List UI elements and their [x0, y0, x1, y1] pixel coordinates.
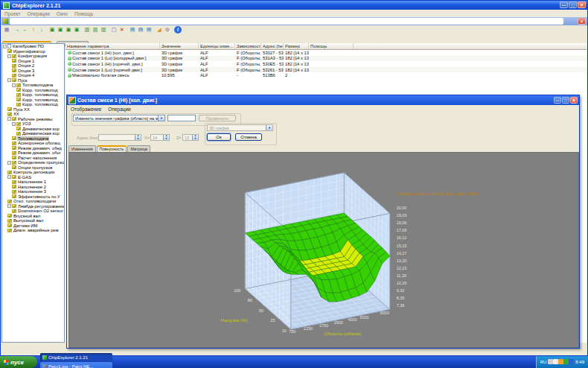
tree-item[interactable]: -Лямбда-регулирование [2, 204, 64, 209]
maximize-button[interactable]: □ [569, 1, 577, 8]
tree-expander-icon[interactable]: - [7, 78, 11, 82]
dialog-maximize-button[interactable]: □ [562, 97, 569, 104]
read-arrow-right-icon[interactable]: → [13, 26, 21, 34]
action-combobox[interactable]: Изменить значения графика (области) на з… [73, 115, 165, 121]
menu-item-Окно[interactable]: Окно [57, 11, 68, 16]
copy-icon[interactable]: ▢ [110, 26, 118, 34]
dialog-close-button[interactable]: ✕ [570, 97, 578, 104]
tree-item[interactable]: Режим динамич. обед [2, 146, 64, 151]
dialog-menu-item-Отображение[interactable]: Отображение [71, 107, 101, 112]
table-row[interactable]: Состав смеси 1 (Hi) [хол. двиг.]3D графи… [65, 50, 587, 56]
menu-item-Помощь[interactable]: Помощь [74, 11, 93, 16]
dialog-tab-Поверхность[interactable]: Поверхность [97, 145, 127, 152]
network-tray-icon[interactable] [569, 359, 574, 364]
chevron-down-icon[interactable]: ▼ [158, 115, 164, 121]
tree-item[interactable]: Асинхронное обогащ [2, 141, 64, 146]
column-header[interactable]: Единицы изме... [199, 43, 235, 49]
tree-item[interactable]: Режим динамич. обог [2, 150, 64, 156]
tree-expander-icon[interactable]: - [12, 122, 16, 126]
spinner-arrows-icon[interactable]: ▲▼ [163, 135, 169, 140]
map-table-icon-2[interactable]: ▥ [92, 26, 99, 34]
clock[interactable]: 8:49 [575, 360, 584, 364]
value-input[interactable] [167, 115, 196, 121]
menu-item-Операции[interactable]: Операции [27, 11, 49, 16]
table-row[interactable]: Состав смеси 1 (Lo) [горячий двиг.]3D гр… [65, 67, 587, 73]
tree-item-label: Опции пропусков [17, 165, 53, 170]
surface-chart[interactable]: 75012501750250040005000600010080502510На… [69, 153, 578, 347]
child-close-icon[interactable]: ✕ [578, 18, 586, 25]
column-header[interactable]: Помощь [309, 43, 354, 49]
dialog-minimize-button[interactable]: — [554, 97, 561, 104]
language-indicator[interactable]: RU [540, 360, 547, 364]
tree-item-label: Наполнение 2 [17, 185, 47, 189]
info-icon[interactable]: i [174, 26, 182, 34]
map-table-icon-1[interactable]: ▥ [83, 26, 91, 34]
z-size-spinner[interactable]: 13▲▼ [182, 134, 199, 141]
delete-icon[interactable]: ✕ [118, 26, 126, 34]
column-header[interactable]: Значение [160, 43, 199, 49]
chart-icon[interactable]: ◢ [156, 26, 163, 34]
tree-item[interactable]: Диагн. аварийные реж [2, 228, 64, 233]
column-header[interactable]: Зависимость [235, 43, 261, 49]
table-row[interactable]: Максимально богатая смесь10,595ALF-513B6… [65, 72, 587, 78]
spinner-arrows-icon[interactable]: ▲▼ [192, 135, 198, 140]
minimize-button[interactable]: — [560, 1, 568, 8]
close-button[interactable]: ✕ [578, 1, 586, 8]
tree-expander-icon[interactable]: - [12, 83, 16, 87]
tree-item[interactable]: -Определение пропусков [2, 160, 64, 165]
antivirus-tray-icon[interactable] [563, 359, 569, 364]
window-view-icon-3[interactable]: ▤ [145, 26, 153, 34]
keyboard-tray-icon[interactable] [548, 359, 553, 364]
table-row[interactable]: Состав смеси 1 (Lo) [холодный двиг.]3D г… [65, 56, 587, 62]
tree-expander-icon[interactable]: - [7, 54, 11, 58]
table-row[interactable]: Состав смеси 1 (Hi) [горячий. двиг.]3D г… [65, 61, 587, 67]
app-titlebar[interactable]: ChipExplorer 2.1.21 — □ ✕ [1, 1, 587, 10]
tree-expander-icon[interactable]: - [7, 117, 11, 121]
graph-type-combobox[interactable]: 3D график▼ [207, 124, 273, 131]
address-spinner[interactable]: ▲▼ [98, 134, 141, 141]
window-view-icon-1[interactable]: ▤ [129, 26, 136, 34]
ok-button[interactable]: Ок [207, 133, 231, 141]
dialog-tab-Изменения[interactable]: Изменения [68, 145, 96, 152]
dialog-menu-item-Операции[interactable]: Операции [108, 107, 130, 112]
table-cell: Состав смеси 1 (Lo) [горячий двиг.] [65, 68, 160, 72]
app-menubar: ПроектОперацииОкноПомощь [1, 10, 587, 17]
chip-write-icon[interactable]: ▣ [57, 26, 64, 34]
cancel-button[interactable]: Отмена [235, 133, 262, 141]
svg-text:50: 50 [259, 308, 263, 313]
chip-verify-icon[interactable]: ▣ [65, 26, 72, 34]
apply-button[interactable]: Применить [199, 115, 236, 121]
tree-expander-icon[interactable]: - [3, 45, 7, 48]
save-icon[interactable]: ▦ [3, 26, 10, 34]
surface-plot-area[interactable]: 75012501750250040005000600010080502510На… [68, 152, 579, 348]
chip-erase-icon[interactable]: ▣ [73, 26, 80, 34]
taskbar-task[interactable]: Рису1.jpg - Paint.NE... [40, 362, 112, 368]
dialog-titlebar[interactable]: Состав смеси 1 (Hi) [хол. двиг.] — □ ✕ [67, 95, 579, 105]
chevron-down-icon[interactable]: ▼ [266, 125, 272, 130]
chip-read-icon[interactable]: ▣ [48, 26, 56, 34]
dialog-tab-Матрица[interactable]: Матрица [127, 145, 150, 152]
map-table-icon-3[interactable]: ▥ [100, 26, 107, 34]
binoculars-icon[interactable]: ⊙ [164, 26, 171, 34]
child-window-titlebar[interactable]: ✕ [1, 17, 587, 25]
start-button[interactable]: пуск [0, 356, 37, 368]
spinner-arrows-icon[interactable]: ▲▼ [135, 135, 141, 140]
tree-expander-icon[interactable]: - [7, 204, 11, 208]
tree-expander-icon[interactable]: - [7, 175, 11, 179]
column-header[interactable]: Название параметра [65, 43, 160, 49]
tree-item[interactable]: Контроль детонации [2, 170, 64, 175]
download-arrow-icon[interactable]: ↓ [38, 26, 45, 34]
upload-arrow-icon[interactable]: ↑ [30, 26, 37, 34]
column-header[interactable]: Размер [284, 43, 309, 49]
write-arrow-left-icon[interactable]: ← [22, 26, 29, 34]
tree-expander-icon[interactable]: - [7, 161, 11, 165]
tree-item[interactable]: Расчет наполнения [2, 156, 64, 161]
menu-item-Проект[interactable]: Проект [4, 11, 20, 16]
taskbar-task[interactable]: ChipExplorer 2.1.21 [40, 353, 112, 362]
x-size-spinner[interactable]: 14▲▼ [150, 134, 170, 141]
tree-item[interactable]: Откл. топливоподачи [2, 199, 64, 204]
display-tray-icon[interactable] [553, 359, 558, 364]
column-header[interactable]: Адрес (hex) [261, 43, 284, 49]
update-tray-icon[interactable] [558, 359, 563, 364]
window-view-icon-2[interactable]: ▤ [137, 26, 144, 34]
